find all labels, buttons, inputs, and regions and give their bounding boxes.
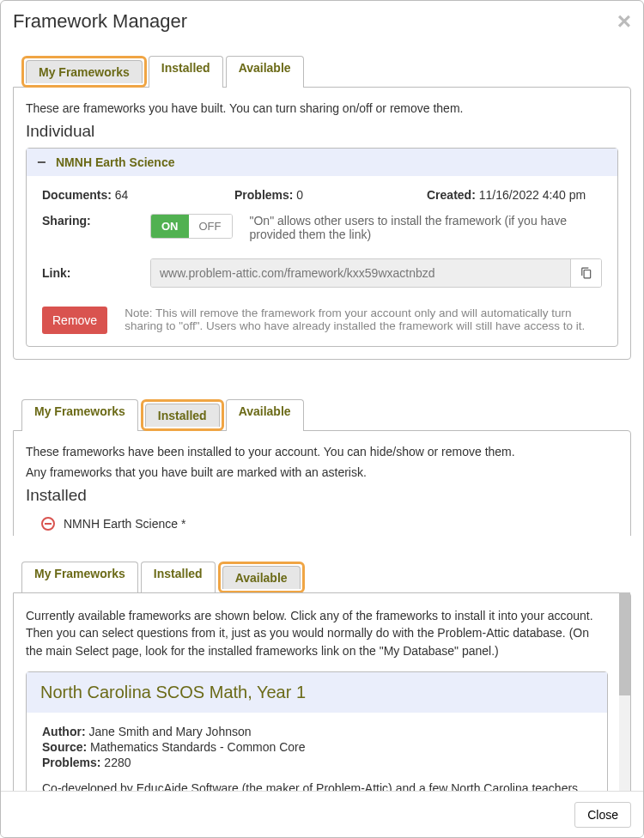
installed-heading: Installed (26, 486, 618, 505)
problems-label: Problems: (42, 756, 100, 769)
documents-count: 64 (115, 188, 129, 202)
source-value: Mathematics Standards - Common Core (90, 740, 306, 754)
tab-content-available: Currently available frameworks are shown… (13, 592, 631, 817)
sharing-on-button[interactable]: ON (151, 215, 189, 238)
sharing-off-button[interactable]: OFF (189, 215, 232, 238)
link-input-group (150, 258, 602, 288)
remove-row: Remove Note: This will remove the framew… (42, 307, 602, 334)
sharing-label: Sharing: (42, 214, 150, 228)
tab-content-my: These are frameworks you have built. You… (13, 87, 631, 360)
tabs: My Frameworks Installed Available (13, 56, 631, 88)
framework-stats-row: Documents: 64 Problems: 0 Created: 11/16… (42, 188, 602, 202)
author-value: Jane Smith and Mary Johnson (88, 725, 251, 738)
sharing-toggle: ON OFF (150, 214, 233, 239)
tabs: My Frameworks Installed Available (13, 562, 631, 593)
installed-panel: My Frameworks Installed Available These … (1, 384, 643, 536)
sharing-row: Sharing: ON OFF "On" allows other users … (42, 214, 602, 241)
problems-value: 2280 (104, 756, 131, 769)
modal-title: Framework Manager (13, 10, 187, 33)
source-label: Source: (42, 740, 87, 754)
installed-description-1: These frameworks have been installed to … (26, 445, 618, 458)
tabs: My Frameworks Installed Available (13, 399, 631, 431)
problems-count: 0 (296, 188, 303, 202)
framework-card-body: Documents: 64 Problems: 0 Created: 11/16… (27, 176, 617, 346)
available-scroll-area: Currently available frameworks are shown… (13, 592, 631, 817)
link-label: Link: (42, 266, 150, 280)
framework-card: − NMNH Earth Science Documents: 64 Probl… (26, 148, 618, 347)
sharing-note: "On" allows other users to install the f… (250, 214, 603, 241)
link-input[interactable] (151, 259, 570, 287)
my-frameworks-description: These are frameworks you have built. You… (26, 101, 618, 115)
remove-note: Note: This will remove the framework fro… (125, 307, 602, 332)
installed-list-item: NMNH Earth Science * (26, 512, 618, 534)
tab-installed[interactable]: Installed (149, 56, 223, 88)
installed-item-name: NMNH Earth Science * (64, 517, 185, 531)
available-framework-title: North Carolina SCOS Math, Year 1 (27, 672, 607, 713)
collapse-icon: − (37, 157, 49, 167)
modal-footer: Close (1, 791, 643, 837)
author-label: Author: (42, 725, 86, 738)
close-icon[interactable]: × (617, 9, 631, 33)
installed-description-2: Any frameworks that you have built are m… (26, 465, 618, 479)
close-button[interactable]: Close (574, 802, 631, 828)
tab-available[interactable]: Available (226, 399, 304, 431)
remove-item-icon[interactable] (41, 517, 55, 531)
highlight-available: Available (218, 562, 305, 593)
tab-my-frameworks[interactable]: My Frameworks (21, 399, 138, 431)
my-frameworks-panel: My Frameworks Installed Available These … (1, 40, 643, 363)
created-value: 11/16/2022 4:40 pm (479, 188, 586, 202)
framework-card-header[interactable]: − NMNH Earth Science (27, 149, 617, 176)
tab-my-frameworks[interactable]: My Frameworks (26, 60, 143, 83)
tab-available[interactable]: Available (222, 566, 301, 589)
tab-available[interactable]: Available (226, 56, 304, 88)
tab-installed[interactable]: Installed (141, 562, 216, 593)
tab-my-frameworks[interactable]: My Frameworks (21, 562, 138, 593)
created-label: Created: (427, 188, 476, 202)
remove-button[interactable]: Remove (42, 307, 107, 334)
highlight-my-frameworks: My Frameworks (21, 56, 147, 88)
scrollbar-thumb[interactable] (619, 592, 630, 695)
framework-name: NMNH Earth Science (56, 155, 174, 169)
problems-label: Problems: (234, 188, 293, 202)
copy-link-button[interactable] (570, 259, 601, 287)
available-panel: My Frameworks Installed Available Curren… (1, 562, 643, 817)
tab-installed[interactable]: Installed (145, 404, 220, 427)
link-row: Link: (42, 258, 602, 288)
individual-heading: Individual (26, 122, 618, 141)
available-description: Currently available frameworks are shown… (26, 607, 608, 659)
highlight-installed: Installed (141, 399, 224, 431)
documents-label: Documents: (42, 188, 112, 202)
tab-content-installed: These frameworks have been installed to … (13, 430, 631, 536)
modal-header: Framework Manager × (1, 1, 643, 40)
copy-icon (580, 267, 592, 279)
